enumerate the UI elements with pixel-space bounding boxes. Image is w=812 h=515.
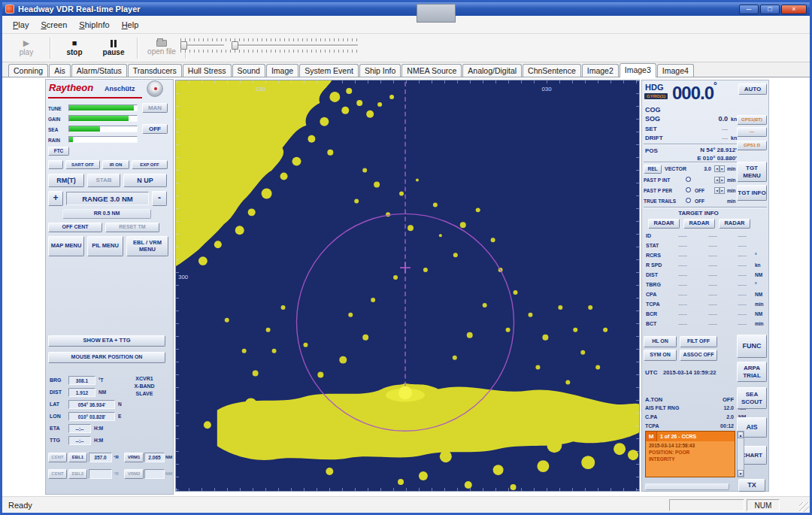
mouse-park-button[interactable]: MOUSE PARK POSITION ON xyxy=(48,352,165,363)
bearing-label: 300 xyxy=(178,274,189,280)
brilliance-knob-icon[interactable] xyxy=(147,80,163,97)
auto-button[interactable]: AUTO xyxy=(738,83,767,95)
sart-off-button[interactable]: SART OFF xyxy=(65,160,100,169)
tab-analog-digital[interactable]: Analog/Digital xyxy=(462,64,522,77)
speed-slider-thumb[interactable] xyxy=(180,41,187,50)
scroll-up-icon[interactable]: ▲ xyxy=(738,432,744,438)
func-button[interactable]: FUNC xyxy=(737,335,767,358)
tab-hull-stress[interactable]: Hull Stress xyxy=(183,64,232,77)
ebl-vrm-menu-button[interactable]: EBL / VRM MENU xyxy=(126,236,168,256)
vrm1-button[interactable]: VRM1 xyxy=(124,453,144,462)
sea-slider[interactable] xyxy=(68,126,138,132)
position-slider-thumb[interactable] xyxy=(232,41,238,50)
show-eta-ttg-button[interactable]: SHOW ETA + TTG xyxy=(48,335,165,347)
range-rings-button[interactable]: RR 0.5 NM xyxy=(62,209,151,219)
tab-sound[interactable]: Sound xyxy=(232,64,265,77)
reset-tm-button[interactable]: RESET TM xyxy=(105,223,159,232)
alarm-scrollbar[interactable]: ▲ ▼ xyxy=(737,431,744,477)
range-plus-button[interactable]: + xyxy=(48,191,63,206)
close-button[interactable]: × xyxy=(781,5,807,14)
alarm-message-box[interactable]: M 1 of 26 - CCRS 2015-03-14 12:58:43 POS… xyxy=(645,431,735,477)
ebl1-button[interactable]: EBL1 xyxy=(68,453,87,462)
man-button[interactable]: MAN xyxy=(142,103,168,113)
tune-slider[interactable] xyxy=(68,105,138,111)
ftc-button[interactable]: FTC xyxy=(48,147,69,156)
rain-slider[interactable] xyxy=(68,136,138,143)
alarm-m-button[interactable]: M xyxy=(646,432,657,441)
sea-off-button[interactable]: OFF xyxy=(142,124,168,134)
tab-conning[interactable]: Conning xyxy=(8,64,48,77)
menu-item-help[interactable]: Help xyxy=(116,18,145,32)
north-up-button[interactable]: N UP xyxy=(123,174,167,187)
hl-on-button[interactable]: HL ON xyxy=(644,336,677,347)
position-slider[interactable] xyxy=(232,44,358,47)
tab-chnsentence[interactable]: ChnSentence xyxy=(523,64,581,77)
gps1-bt-button[interactable]: GPS1(BT) xyxy=(737,115,767,125)
tab-nmea-source[interactable]: NMEA Source xyxy=(401,64,462,77)
gps-blank-button[interactable]: — xyxy=(737,127,767,137)
ir-on-button[interactable]: IR ON xyxy=(102,160,129,169)
play-button[interactable]: ▶ play xyxy=(7,35,46,61)
range-minus-button[interactable]: - xyxy=(152,191,167,206)
tab-image3[interactable]: Image3 xyxy=(620,63,656,77)
assoc-off-button[interactable]: ASSOC OFF xyxy=(680,350,717,361)
menu-item-play[interactable]: Play xyxy=(7,18,35,32)
vector-spinner[interactable]: ◂▸ xyxy=(714,165,725,172)
radar-source-button-1[interactable]: RADAR xyxy=(648,219,680,229)
radar-source-button-3[interactable]: RADAR xyxy=(719,219,750,229)
tab-image[interactable]: Image xyxy=(266,64,298,77)
sym-on-button[interactable]: SYM ON xyxy=(644,350,677,361)
pause-button[interactable]: pause xyxy=(94,35,133,61)
tgt-info-button[interactable]: TGT INFO xyxy=(737,185,767,201)
title-bar[interactable]: Headway VDR Real-time Player ─ □ × xyxy=(2,2,810,16)
tab-image4[interactable]: Image4 xyxy=(657,64,694,77)
cent-button[interactable]: CENT xyxy=(48,453,67,462)
target-unit: min xyxy=(755,321,768,326)
alarm-scroll-strip[interactable] xyxy=(645,483,729,490)
tx-button[interactable]: TX xyxy=(738,479,765,492)
true-trails-toggle-icon[interactable] xyxy=(686,198,691,203)
blank-small-button[interactable] xyxy=(48,160,63,169)
pil-menu-button[interactable]: PIL MENU xyxy=(87,236,123,256)
radar-source-button-2[interactable]: RADAR xyxy=(683,219,715,229)
off-cent-button[interactable]: OFF CENT xyxy=(48,223,102,232)
tab-ais[interactable]: Ais xyxy=(49,64,71,77)
tab-ship-info[interactable]: Ship Info xyxy=(359,64,401,77)
filt-off-button[interactable]: FILT OFF xyxy=(680,336,717,347)
exp-off-button[interactable]: EXP OFF xyxy=(132,160,168,169)
gain-slider[interactable] xyxy=(68,115,138,122)
tab-transducers[interactable]: Transducers xyxy=(128,64,182,77)
resize-grip[interactable] xyxy=(799,502,809,512)
tgt-menu-button[interactable]: TGT MENU xyxy=(737,162,767,182)
stop-button[interactable]: ■ stop xyxy=(55,35,94,61)
menu-item-screen[interactable]: Screen xyxy=(35,18,73,32)
tab-system-event[interactable]: System Event xyxy=(299,64,359,77)
target-info-heading: TARGET INFO xyxy=(642,210,755,217)
gps1-d-button[interactable]: GPS1 D xyxy=(737,141,767,150)
tab-alarm-status[interactable]: Alarm/Status xyxy=(71,64,127,77)
past-pos-per-spinner[interactable]: ◂▸ xyxy=(714,187,725,194)
stab-button[interactable]: STAB xyxy=(87,174,120,187)
minimize-button[interactable]: ─ xyxy=(739,5,759,14)
maximize-button[interactable]: □ xyxy=(760,5,780,14)
past-pos-int-toggle-icon[interactable] xyxy=(686,177,691,182)
past-pos-per-toggle-icon[interactable] xyxy=(686,187,691,192)
rm-t-button[interactable]: RM(T) xyxy=(48,174,84,187)
vector-label: VECTOR xyxy=(665,166,686,171)
ebl2-button[interactable]: EBL2 xyxy=(68,469,87,479)
menu-item-shipinfo[interactable]: ShipInfo xyxy=(73,18,115,32)
arpa-trial-button[interactable]: ARPA TRIAL xyxy=(737,362,767,382)
sea-scout-button[interactable]: SEA SCOUT xyxy=(737,387,767,409)
cent-button[interactable]: CENT xyxy=(48,469,67,479)
open-file-button[interactable]: open file xyxy=(142,35,181,61)
vrm2-button[interactable]: VRM2 xyxy=(124,469,144,479)
speed-slider[interactable] xyxy=(180,44,224,47)
target-unit: kn xyxy=(755,262,768,268)
radar-ppi-display[interactable]: 330 030 300 xyxy=(175,80,640,492)
scroll-down-icon[interactable]: ▼ xyxy=(738,470,744,477)
tab-image2[interactable]: Image2 xyxy=(582,64,619,77)
divider xyxy=(644,144,737,145)
rel-button[interactable]: REL xyxy=(644,165,662,174)
map-menu-button[interactable]: MAP MENU xyxy=(48,236,84,256)
past-pos-int-spinner[interactable]: ◂▸ xyxy=(714,177,725,183)
